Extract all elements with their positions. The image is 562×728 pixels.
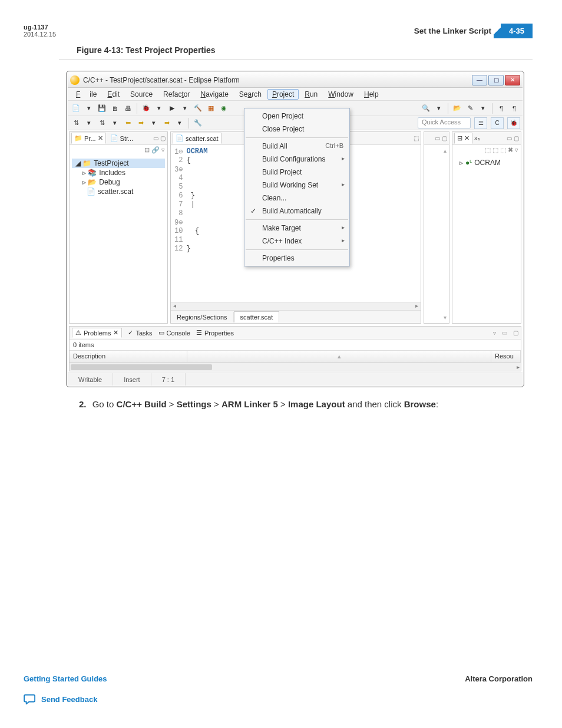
minimize-icon[interactable]: ▭ [435, 135, 440, 141]
structure-tab[interactable]: 📄 Str... [108, 133, 136, 143]
menu-refactor[interactable]: Refactor [158, 89, 194, 100]
menu-source[interactable]: Source [125, 89, 157, 100]
maximize-icon[interactable]: ▢ [514, 135, 519, 141]
menu-navigate[interactable]: Navigate [196, 89, 233, 100]
dropdown-icon[interactable]: ▾ [174, 117, 186, 129]
tool-icon[interactable]: 🔧 [192, 117, 204, 129]
outline-toolbar[interactable]: ⬚ ⬚ ⬚ ✖ ▿ [452, 145, 521, 155]
dropdown-icon[interactable]: ▾ [148, 117, 160, 129]
problems-tab[interactable]: ⚠ Problems ✕ [72, 328, 122, 338]
tree-debug-node[interactable]: ▹ 📂 Debug [72, 177, 165, 187]
menuitem-clean[interactable]: Clean... [244, 192, 349, 205]
menu-icon[interactable]: ▿ [161, 146, 165, 153]
col-resource[interactable]: Resou [491, 351, 521, 362]
save-all-icon[interactable]: 🗎 [109, 103, 121, 114]
nav-icon[interactable]: ⇅ [96, 117, 108, 129]
menu-icon[interactable]: ▿ [515, 146, 518, 153]
menuitem-build-project[interactable]: Build Project [244, 166, 349, 179]
editor-bottom-tabs[interactable]: Regions/Sections scatter.scat [171, 310, 421, 323]
footer-guide-link[interactable]: Getting Started Guides [24, 674, 107, 683]
close-button[interactable]: ✕ [505, 75, 520, 85]
scroll-down-icon[interactable]: ▾ [444, 314, 447, 321]
menu-window[interactable]: Window [323, 89, 358, 100]
project-explorer-tab[interactable]: 📁 Pr... ✕ [71, 133, 106, 144]
debug-icon[interactable]: 🐞 [140, 103, 152, 114]
minimize-icon[interactable]: ▭ [502, 330, 507, 336]
editor-tab[interactable]: 📄 scatter.scat [173, 133, 222, 144]
org-icon[interactable]: ⬚ [414, 135, 419, 141]
dropdown-icon[interactable]: ▾ [433, 103, 445, 114]
outline-item[interactable]: ▹ ●ᴸ OCRAM [455, 159, 518, 167]
window-titlebar[interactable]: C/C++ - TestProject/scatter.scat - Eclip… [68, 73, 523, 88]
problems-columns[interactable]: Description ▴ Resou [70, 350, 521, 363]
perspective-button[interactable]: ☰ [474, 117, 487, 129]
paragraph-icon[interactable]: ¶ [508, 103, 520, 114]
feedback-icon[interactable] [24, 694, 37, 704]
x1-icon[interactable]: »₁ [474, 135, 480, 141]
menuitem-build-working-set[interactable]: Build Working Set [244, 179, 349, 192]
tool-icon[interactable]: ⬚ [500, 146, 506, 153]
minimize-button[interactable]: — [472, 75, 487, 85]
maximize-icon[interactable]: ▢ [513, 330, 518, 336]
properties-tab[interactable]: ☰ Properties [196, 329, 234, 337]
dropdown-icon[interactable]: ▾ [83, 103, 95, 114]
console-tab[interactable]: ▭ Console [158, 329, 190, 337]
edit-icon[interactable]: ✎ [464, 103, 476, 114]
dropdown-icon[interactable]: ▾ [109, 117, 121, 129]
build-icon[interactable]: 🔨 [192, 103, 204, 114]
close-icon[interactable]: ✖ [508, 146, 513, 153]
tree-project-node[interactable]: ◢ 📁 TestProject [72, 159, 165, 168]
forward-icon[interactable]: ➡ [161, 117, 173, 129]
dropdown-icon[interactable]: ▾ [477, 103, 489, 114]
scatter-tab[interactable]: scatter.scat [234, 311, 280, 322]
run-icon[interactable]: ▶ [166, 103, 178, 114]
dropdown-icon[interactable]: ▾ [153, 103, 165, 114]
forward-icon[interactable]: ➡ [135, 117, 147, 129]
menuitem-cpp-index[interactable]: C/C++ Index [244, 235, 349, 248]
menuitem-properties[interactable]: Properties [244, 252, 349, 265]
menuitem-build-all[interactable]: Build AllCtrl+B [244, 140, 349, 153]
menu-icon[interactable]: ▿ [493, 330, 496, 336]
outline-tab[interactable]: ⊟ ✕ [454, 133, 472, 144]
menu-run[interactable]: Run [300, 89, 322, 100]
nav-icon[interactable]: ⇅ [70, 117, 82, 129]
tree-includes-node[interactable]: ▹ 📚 Includes [72, 168, 165, 177]
menuitem-close-project[interactable]: Close Project [244, 123, 349, 136]
print-icon[interactable]: 🖶 [122, 103, 134, 114]
menuitem-build-configurations[interactable]: Build Configurations [244, 153, 349, 166]
menuitem-open-project[interactable]: Open Project [244, 110, 349, 123]
save-icon[interactable]: 💾 [96, 103, 108, 114]
folder-icon[interactable]: 📂 [451, 103, 463, 114]
menubar[interactable]: File Edit Source Refactor Navigate Searc… [68, 88, 523, 101]
menuitem-make-target[interactable]: Make Target [244, 222, 349, 235]
minimize-icon[interactable]: ▭ [153, 135, 158, 141]
collapse-icon[interactable]: ⊟ [144, 146, 150, 153]
scroll-up-icon[interactable]: ▴ [444, 147, 447, 154]
link-icon[interactable]: 🔗 [151, 146, 160, 153]
maximize-button[interactable]: ▢ [488, 75, 504, 85]
tool-icon[interactable]: ⬚ [492, 146, 498, 153]
tree-toolbar[interactable]: ⊟ 🔗 ▿ [70, 145, 167, 155]
new-icon[interactable]: 📄 [70, 103, 82, 114]
tool-icon[interactable]: ⬚ [485, 146, 491, 153]
search-icon[interactable]: 🔍 [420, 103, 432, 114]
project-menu-dropdown[interactable]: Open Project Close Project Build AllCtrl… [244, 108, 350, 266]
tool-icon[interactable]: ◉ [218, 103, 230, 114]
regions-tab[interactable]: Regions/Sections [171, 312, 234, 322]
menu-file[interactable]: File [71, 89, 101, 100]
menu-project[interactable]: Project [267, 89, 299, 100]
h-scrollbar[interactable]: ◂▸ [70, 363, 521, 371]
paragraph-icon[interactable]: ¶ [495, 103, 507, 114]
maximize-icon[interactable]: ▢ [442, 135, 447, 141]
menu-edit[interactable]: Edit [103, 89, 124, 100]
tool-icon[interactable]: ▦ [205, 103, 217, 114]
back-icon[interactable]: ⬅ [122, 117, 134, 129]
menu-help[interactable]: Help [359, 89, 384, 100]
minimize-icon[interactable]: ▭ [507, 135, 512, 141]
tasks-tab[interactable]: ✓ Tasks [128, 329, 152, 337]
col-description[interactable]: Description [70, 351, 187, 362]
menuitem-build-automatically[interactable]: Build Automatically [244, 205, 349, 218]
perspective-debug-icon[interactable]: 🐞 [507, 117, 520, 129]
dropdown-icon[interactable]: ▾ [83, 117, 95, 129]
tree-scatter-node[interactable]: 📄 scatter.scat [72, 187, 165, 196]
